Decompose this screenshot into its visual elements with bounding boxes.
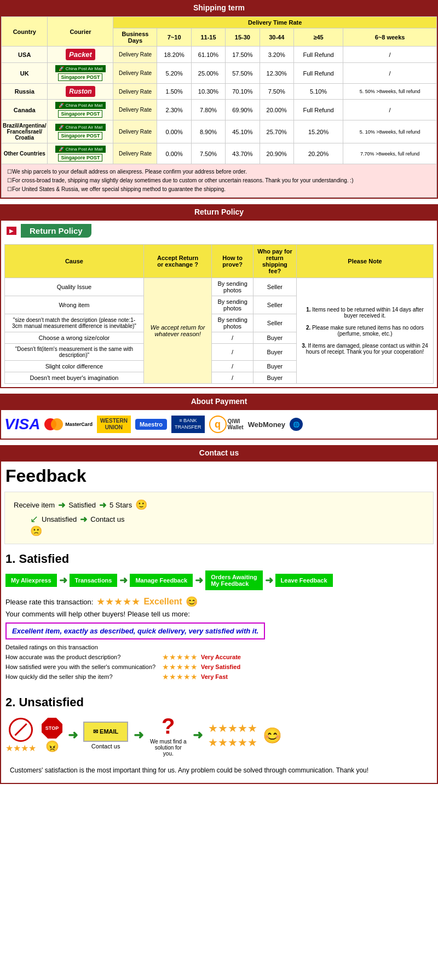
cause-imagination: Doesn't meet buyer's imagination: [5, 372, 144, 384]
sgpost-top-uk: 🚀China Post Air Mail: [55, 65, 106, 72]
dr-russia: Delivery Rate: [113, 84, 157, 100]
shipping-section-header: Shipping term: [0, 0, 438, 15]
my-aliexpress-btn[interactable]: My Aliexpress: [5, 574, 57, 587]
detail-q2: How satisfied were you with the seller's…: [5, 664, 159, 670]
detail-desc-3: Very Fast: [201, 673, 228, 680]
dr-uk: Delivery Rate: [113, 63, 157, 84]
col-cause: Cause: [5, 245, 144, 278]
bank-transfer-logo: ≡ BANKTRANSFER: [171, 416, 205, 433]
flow-arrow-1: ➜: [59, 574, 67, 586]
feedback-flow-box: Receive item ➜ Satisfied ➜ 5 Stars 🙂 ↙ U…: [4, 492, 434, 544]
russia-11-15: 10.30%: [191, 84, 225, 100]
sgpost-bot-other: Singapore POST: [58, 154, 102, 162]
sgpost-bot-canada: Singapore POST: [58, 110, 102, 118]
orders-awaiting-btn[interactable]: Orders AwaitingMy Feedback: [205, 570, 262, 590]
comment-prompt: Your comments will help other buyers! Pl…: [5, 610, 190, 618]
qiwi-icon: q: [209, 416, 227, 433]
satisfied-text: Satisfied: [68, 501, 96, 509]
cause-doesnt-fit: "Doesn't fit(item's measurement is the s…: [5, 344, 144, 361]
detail-desc-2: Very Satisfied: [201, 664, 240, 670]
other-15-30: 43.70%: [226, 143, 260, 164]
canada-45: Full Refund: [293, 100, 343, 120]
dr-canada: Delivery Rate: [113, 100, 157, 120]
unsatisfied-title: 2. Unsatisfied: [5, 695, 433, 710]
solution-text: We must find a solution for you.: [149, 739, 187, 757]
detail-stars-2: ★★★★★: [162, 662, 198, 671]
unsatisfied-arrow-1: ➜: [68, 728, 78, 742]
webmoney-logo: WebMoney: [248, 420, 285, 429]
contact-feedback-section: Contact us Feedback Receive item ➜ Satis…: [0, 445, 438, 784]
feedback-flow-buttons: My Aliexpress ➜ Transactions ➜ Manage Fe…: [5, 570, 433, 590]
col-prove: How to prove?: [212, 245, 253, 278]
uk-15-30: 57.50%: [226, 63, 260, 84]
qiwi-logo: q QIWIWallet: [209, 416, 244, 433]
leave-feedback-btn[interactable]: Leave Feedback: [275, 574, 333, 587]
cause-color: Slight color difference: [5, 361, 144, 372]
brazil-7-10: 0.00%: [157, 120, 191, 143]
satisfied-title: 1. Satisfied: [5, 552, 433, 566]
accept-all: We accept return for whatever reason!: [143, 278, 211, 384]
shipping-table: Country Courier Delivery Time Rate Busin…: [1, 16, 437, 198]
detail-row-1: How accurate was the product description…: [5, 653, 433, 661]
russia-weeks: 5. 50% >8weeks, full refund: [343, 84, 437, 100]
pays-size: Seller: [253, 314, 296, 332]
detail-q1: How accurate was the product description…: [5, 654, 159, 660]
packet-logo: Packet: [66, 49, 95, 60]
col-11-15: 11-15: [191, 28, 225, 47]
canada-7-10: 2.30%: [157, 100, 191, 120]
unsatisfied-stars: ★★★★: [5, 743, 36, 753]
unsatisfied-text: Unsatisfied: [42, 515, 77, 523]
uk-weeks: /: [343, 63, 437, 84]
contact-us-label: Contact us: [91, 743, 120, 750]
russia-30-44: 7.50%: [260, 84, 293, 100]
courier-russia: Ruston: [48, 84, 113, 100]
result-stars-top: ★★★★★: [208, 722, 257, 735]
pays-color: Buyer: [253, 361, 296, 372]
example-text: Excellent item, exactly as described, qu…: [5, 622, 265, 639]
note3: ☐For United States & Russia, we offer sp…: [7, 185, 431, 194]
angry-emoji: 😠: [45, 740, 59, 753]
detail-desc-1: Very Accurate: [201, 654, 241, 660]
detail-ratings: Detailed ratings on this transaction How…: [5, 644, 433, 681]
courier-brazil: 🚀China Post Air Mail Singapore POST: [48, 120, 113, 143]
col-accept: Accept Returnor exchange ?: [143, 245, 211, 278]
prove-wrong-item: By sending photos: [212, 296, 253, 314]
brazil-15-30: 45.10%: [226, 120, 260, 143]
brazil-30-44: 25.70%: [260, 120, 293, 143]
country-canada: Canada: [2, 100, 48, 120]
return-icon: ▶: [7, 227, 16, 235]
dr-usa: Delivery Rate: [113, 47, 157, 63]
down-arrow: ↙: [30, 513, 38, 525]
footer-text: Customers' satisfaction is the most impo…: [5, 762, 433, 779]
footer-message: Customers' satisfaction is the most impo…: [10, 766, 368, 774]
usa-15-30: 17.50%: [226, 47, 260, 63]
note2: ☐For cross-broad trade, shipping may sli…: [7, 176, 431, 185]
transactions-btn[interactable]: Transactions: [70, 574, 118, 587]
usa-30-44: 3.20%: [260, 47, 293, 63]
visa-logo: VISA: [4, 416, 40, 433]
cause-size: "size doesn't match the description (ple…: [5, 314, 144, 332]
courier-other: 🚀China Post Air Mail Singapore POST: [48, 143, 113, 164]
col-7-10: 7~10: [157, 28, 191, 47]
col-45: ≥45: [293, 28, 343, 47]
canada-30-44: 20.00%: [260, 100, 293, 120]
down-emoji: 🙁: [30, 525, 424, 537]
detail-row-3: How quickly did the seller ship the item…: [5, 672, 433, 681]
excellent-text: Excellent: [143, 597, 182, 607]
five-stars-text: 5 Stars: [110, 501, 132, 509]
other-30-44: 20.90%: [260, 143, 293, 164]
other-11-15: 7.50%: [191, 143, 225, 164]
rate-text: Please rate this transaction:: [5, 598, 93, 606]
brazil-weeks: 5. 10% >8weeks, full refund: [343, 120, 437, 143]
contact-title: Contact us: [199, 448, 239, 457]
pays-wrong-item: Seller: [253, 296, 296, 314]
russia-15-30: 70.10%: [226, 84, 260, 100]
other-weeks: 7.70% >8weeks, full refund: [343, 143, 437, 164]
detail-row-2: How satisfied were you with the seller's…: [5, 662, 433, 671]
courier-header: Courier: [48, 17, 113, 47]
country-russia: Russia: [2, 84, 48, 100]
unsatisfied-arrow-2: ➜: [134, 728, 143, 742]
return-notes: 1. Items need to be returned within 14 d…: [296, 278, 433, 384]
manage-feedback-btn[interactable]: Manage Feedback: [130, 574, 193, 587]
country-brazil: Brazil/Argentina/ France/Israel/ Croatia: [2, 120, 48, 143]
